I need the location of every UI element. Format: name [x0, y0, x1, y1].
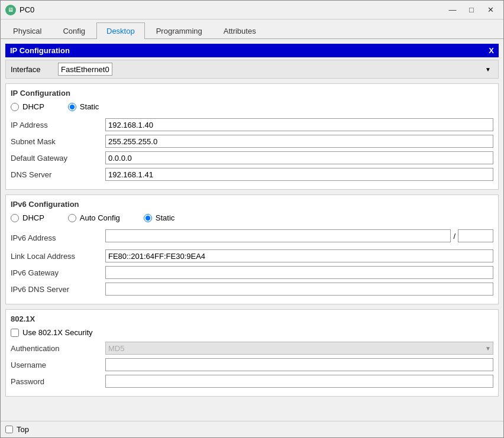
ipv6-gateway-input[interactable] — [105, 266, 493, 279]
ip-address-row: IP Address — [11, 118, 493, 131]
interface-select-wrapper: FastEthernet0 — [58, 63, 493, 76]
auth-select[interactable]: MD5 — [105, 342, 493, 355]
ipv6-radio-row: DHCP Auto Config Static — [11, 213, 493, 222]
close-button[interactable]: ✕ — [482, 4, 499, 17]
top-checkbox[interactable] — [5, 426, 13, 433]
dhcp-radio[interactable] — [11, 103, 19, 111]
auth-row: Authentication MD5 — [11, 342, 493, 355]
ipv6-address-input[interactable] — [105, 229, 451, 242]
username-input[interactable] — [105, 358, 493, 371]
ip-config-header: IP Configuration X — [5, 44, 499, 57]
link-local-input[interactable] — [105, 249, 493, 262]
ipv6-dns-input[interactable] — [105, 283, 493, 296]
dot1x-label: 802.1X — [11, 314, 493, 323]
link-local-row: Link Local Address — [11, 249, 493, 262]
ip-config-close-button[interactable]: X — [489, 46, 494, 55]
ipv6-dhcp-label: DHCP — [22, 213, 44, 222]
interface-row: Interface FastEthernet0 — [5, 60, 499, 79]
tab-desktop[interactable]: Desktop — [96, 22, 145, 39]
password-label: Password — [11, 377, 105, 386]
interface-label: Interface — [11, 65, 58, 74]
ipv4-radio-row: DHCP Static — [11, 102, 493, 111]
ipv6-autoconfig-radio[interactable] — [68, 214, 76, 222]
dns-server-input[interactable] — [105, 168, 493, 181]
maximize-button[interactable]: □ — [463, 4, 480, 17]
tab-config[interactable]: Config — [53, 22, 95, 39]
ipv6-configuration-sublabel: IPv6 Configuration — [11, 200, 493, 209]
dhcp-label: DHCP — [22, 102, 44, 111]
default-gateway-input[interactable] — [105, 151, 493, 164]
password-row: Password — [11, 375, 493, 388]
top-label: Top — [17, 425, 29, 434]
dns-server-label: DNS Server — [11, 170, 105, 179]
ipv6-static-radio-item[interactable]: Static — [144, 213, 175, 222]
tab-physical[interactable]: Physical — [3, 22, 51, 39]
tab-attributes[interactable]: Attributes — [214, 22, 266, 39]
main-window: 🖥 PC0 — □ ✕ Physical Config Desktop Prog… — [0, 0, 504, 438]
tab-bar: Physical Config Desktop Programming Attr… — [1, 20, 503, 39]
ipv6-autoconfig-label: Auto Config — [80, 213, 120, 222]
window-title: PC0 — [20, 5, 444, 14]
tab-programming[interactable]: Programming — [146, 22, 212, 39]
minimize-button[interactable]: — — [444, 4, 461, 17]
use-security-row: Use 802.1X Security — [11, 328, 493, 337]
ipv6-autoconfig-radio-item[interactable]: Auto Config — [68, 213, 120, 222]
default-gateway-row: Default Gateway — [11, 151, 493, 164]
top-checkbox-row: Top — [5, 425, 29, 434]
use-security-checkbox[interactable] — [11, 329, 19, 337]
ipv6-address-label: IPv6 Address — [11, 233, 105, 242]
title-bar: 🖥 PC0 — □ ✕ — [1, 1, 503, 20]
ipv6-static-label: Static — [156, 213, 175, 222]
ipv6-dns-row: IPv6 DNS Server — [11, 283, 493, 296]
main-content: IP Configuration X Interface FastEtherne… — [1, 39, 503, 421]
bottom-bar: Top — [1, 421, 503, 437]
ipv6-dns-label: IPv6 DNS Server — [11, 285, 105, 294]
ipv6-static-radio[interactable] — [144, 214, 152, 222]
ip-address-input[interactable] — [105, 118, 493, 131]
password-input[interactable] — [105, 375, 493, 388]
dns-server-row: DNS Server — [11, 168, 493, 181]
static-radio-item[interactable]: Static — [68, 102, 99, 111]
ipv6-dhcp-radio-item[interactable]: DHCP — [11, 213, 44, 222]
username-row: Username — [11, 358, 493, 371]
ipv6-slash: / — [453, 232, 455, 241]
default-gateway-label: Default Gateway — [11, 154, 105, 163]
ip-address-label: IP Address — [11, 121, 105, 129]
ipv6-prefix-input[interactable] — [458, 229, 493, 242]
auth-label: Authentication — [11, 344, 105, 353]
subnet-mask-label: Subnet Mask — [11, 137, 105, 146]
subnet-mask-row: Subnet Mask — [11, 135, 493, 148]
interface-select[interactable]: FastEthernet0 — [58, 63, 112, 76]
ip-config-title: IP Configuration — [10, 46, 70, 55]
ip-configuration-sublabel: IP Configuration — [11, 89, 493, 98]
dot1x-section: 802.1X Use 802.1X Security Authenticatio… — [5, 309, 499, 397]
ipv6-address-row: IPv6 Address / — [11, 229, 493, 246]
window-controls: — □ ✕ — [444, 4, 499, 17]
ipv6-section: IPv6 Configuration DHCP Auto Config Stat… — [5, 194, 499, 304]
ipv6-dhcp-radio[interactable] — [11, 214, 19, 222]
username-label: Username — [11, 361, 105, 369]
link-local-label: Link Local Address — [11, 252, 105, 261]
subnet-mask-input[interactable] — [105, 135, 493, 148]
static-radio[interactable] — [68, 103, 76, 111]
ipv6-gateway-row: IPv6 Gateway — [11, 266, 493, 279]
ipv6-gateway-label: IPv6 Gateway — [11, 268, 105, 277]
app-icon: 🖥 — [5, 5, 16, 15]
ipv4-section: IP Configuration DHCP Static IP Address … — [5, 83, 499, 190]
static-label: Static — [80, 102, 99, 111]
auth-select-wrapper: MD5 — [105, 342, 493, 355]
use-security-label: Use 802.1X Security — [22, 328, 93, 337]
dhcp-radio-item[interactable]: DHCP — [11, 102, 44, 111]
